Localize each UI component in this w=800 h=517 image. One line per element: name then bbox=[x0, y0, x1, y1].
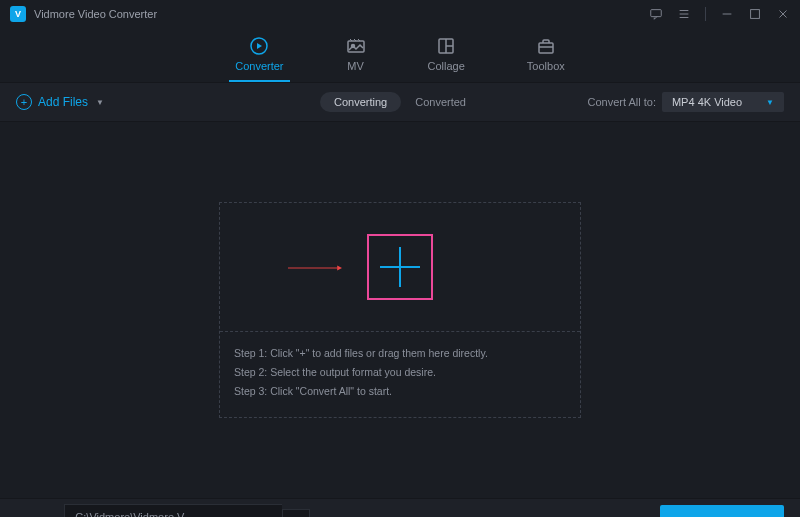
app-title: Vidmore Video Converter bbox=[34, 8, 157, 20]
add-files-label: Add Files bbox=[38, 95, 88, 109]
step-2: Step 2: Select the output format you des… bbox=[234, 363, 566, 382]
tab-mv[interactable]: MV bbox=[340, 36, 372, 82]
toolbox-icon bbox=[536, 36, 556, 56]
tab-converter[interactable]: Converter bbox=[229, 36, 289, 82]
tab-collage-label: Collage bbox=[428, 60, 465, 72]
tab-mv-label: MV bbox=[347, 60, 364, 72]
svg-rect-15 bbox=[539, 43, 553, 53]
svg-rect-0 bbox=[651, 10, 662, 17]
convert-all-button[interactable]: Convert All bbox=[660, 505, 784, 518]
main-area: Step 1: Click "+" to add files or drag t… bbox=[0, 122, 800, 498]
feedback-icon[interactable] bbox=[649, 7, 663, 21]
divider bbox=[705, 7, 706, 21]
chevron-down-icon: ▼ bbox=[96, 98, 104, 107]
plus-icon[interactable] bbox=[380, 247, 420, 287]
drop-zone-steps: Step 1: Click "+" to add files or drag t… bbox=[220, 331, 580, 417]
menu-icon[interactable] bbox=[677, 7, 691, 21]
seg-converting[interactable]: Converting bbox=[320, 92, 401, 112]
chevron-down-icon: ▼ bbox=[766, 98, 774, 107]
plus-circle-icon: + bbox=[16, 94, 32, 110]
tab-converter-label: Converter bbox=[235, 60, 283, 72]
collage-icon bbox=[436, 36, 456, 56]
conversion-state-segmented: Converting Converted bbox=[320, 92, 480, 112]
output-format-select[interactable]: MP4 4K Video ▼ bbox=[662, 92, 784, 112]
mv-icon bbox=[346, 36, 366, 56]
tab-collage[interactable]: Collage bbox=[422, 36, 471, 82]
output-format-value: MP4 4K Video bbox=[672, 96, 742, 108]
app-logo-icon: V bbox=[10, 6, 26, 22]
tab-toolbox[interactable]: Toolbox bbox=[521, 36, 571, 82]
main-tabs: Converter MV Collage Toolbox bbox=[0, 28, 800, 82]
step-3: Step 3: Click "Convert All" to start. bbox=[234, 382, 566, 401]
maximize-icon[interactable] bbox=[748, 7, 762, 21]
tab-toolbox-label: Toolbox bbox=[527, 60, 565, 72]
svg-rect-5 bbox=[751, 10, 760, 19]
drop-zone-top bbox=[220, 203, 580, 331]
converter-icon bbox=[249, 36, 269, 56]
bottom-bar: Save to: C:\Vidmore\Vidmore V... Convert… bbox=[0, 498, 800, 517]
save-path-control: C:\Vidmore\Vidmore V... Converter\Conver… bbox=[64, 504, 310, 518]
arrow-annotation-icon bbox=[270, 265, 360, 271]
save-path-input[interactable]: C:\Vidmore\Vidmore V... Converter\Conver… bbox=[64, 504, 282, 518]
add-files-button[interactable]: + Add Files ▼ bbox=[16, 94, 104, 110]
save-path-dropdown[interactable]: ▼ bbox=[282, 509, 310, 517]
svg-marker-18 bbox=[337, 266, 342, 271]
step-1: Step 1: Click "+" to add files or drag t… bbox=[234, 344, 566, 363]
close-icon[interactable] bbox=[776, 7, 790, 21]
svg-marker-9 bbox=[257, 43, 262, 49]
titlebar: V Vidmore Video Converter bbox=[0, 0, 800, 28]
convert-all-to-label: Convert All to: bbox=[587, 96, 655, 108]
add-file-highlight-box bbox=[367, 234, 433, 300]
seg-converted[interactable]: Converted bbox=[401, 92, 480, 112]
drop-zone[interactable]: Step 1: Click "+" to add files or drag t… bbox=[219, 202, 581, 418]
toolbar: + Add Files ▼ Converting Converted Conve… bbox=[0, 82, 800, 122]
minimize-icon[interactable] bbox=[720, 7, 734, 21]
